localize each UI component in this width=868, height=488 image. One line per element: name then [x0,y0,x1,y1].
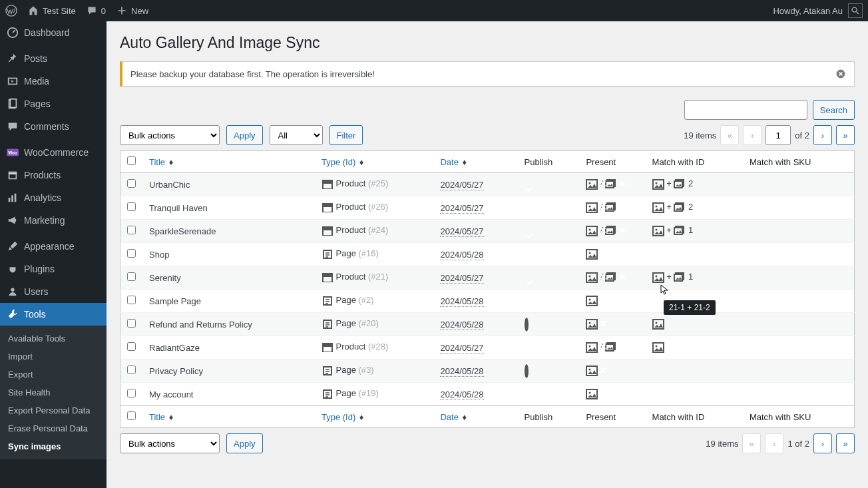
row-checkbox[interactable] [127,366,136,374]
row-checkbox[interactable] [127,272,136,281]
svg-rect-40 [606,228,614,234]
sidebar-item-appearance[interactable]: Appearance [0,235,107,258]
submenu-erase-personal-data[interactable]: Erase Personal Data [0,419,107,437]
row-title[interactable]: Serenity [142,266,315,290]
row-checkbox[interactable] [127,319,136,328]
col-date[interactable]: Date [440,157,458,167]
row-present [579,360,645,383]
sidebar-item-products[interactable]: Products [0,164,107,186]
next-page-button[interactable]: › [813,125,832,145]
sort-icon: ♦ [169,157,174,167]
col-title[interactable]: Title [149,157,165,167]
select-all-checkbox[interactable] [127,156,136,165]
match-count: 1 [688,225,693,235]
filter-button[interactable]: Filter [329,125,363,145]
next-page-button[interactable]: › [813,433,832,453]
submenu-import[interactable]: Import [0,348,107,366]
submenu-export[interactable]: Export [0,366,107,383]
bulk-actions-select[interactable]: Bulk actions [120,125,220,145]
submenu-site-health[interactable]: Site Health [0,383,107,401]
image-icon [586,365,598,377]
table-row: Refund and Returns Policy Page (#20) 202… [120,313,855,336]
row-title[interactable]: SparkleSerenade [142,220,315,243]
sidebar-item-comments[interactable]: Comments [0,115,107,138]
row-date: 2024/05/28 [433,360,517,383]
page-input[interactable] [765,125,791,145]
last-page-button[interactable]: » [836,433,855,453]
row-match-sku [743,336,855,360]
row-publish [518,290,580,313]
search-input[interactable] [684,100,807,120]
col-type[interactable]: Type (Id) [322,412,355,422]
type-icon [322,225,333,237]
svg-point-22 [655,182,657,184]
match-count: 2 [688,178,693,188]
row-title[interactable]: My account [142,383,315,406]
site-link[interactable]: Test Site [28,5,76,16]
row-title[interactable]: Shop [142,243,315,266]
row-title[interactable]: Privacy Policy [142,360,315,383]
type-icon [322,295,333,307]
apply-button-bottom[interactable]: Apply [226,433,263,453]
row-checkbox[interactable] [127,342,136,351]
new-link[interactable]: New [116,5,148,16]
col-date[interactable]: Date [440,412,458,422]
row-checkbox[interactable] [127,226,136,234]
svg-point-38 [589,229,591,231]
submenu-available-tools[interactable]: Available Tools [0,330,107,348]
col-match-id: Match with ID [646,151,743,173]
search-button[interactable]: Search [813,100,855,120]
table-row: Shop Page (#16) 2024/05/28 [120,243,855,266]
row-title[interactable]: Refund and Returns Policy [142,313,315,336]
row-title[interactable]: UrbanChic [142,173,315,196]
sidebar-item-media[interactable]: Media [0,70,107,93]
sidebar-item-marketing[interactable]: Marketing [0,209,107,232]
last-page-button[interactable]: » [836,125,855,145]
search-icon[interactable] [848,3,863,18]
sidebar-item-woocommerce[interactable]: WooWooCommerce [0,141,107,164]
row-checkbox[interactable] [127,202,136,211]
sidebar-item-users[interactable]: Users [0,280,107,303]
sidebar-item-dashboard[interactable]: Dashboard [0,21,107,44]
bulk-actions-select-bottom[interactable]: Bulk actions [120,433,220,453]
row-publish [518,196,580,220]
svg-point-65 [655,322,657,324]
notice-text: Please backup your database first. The o… [130,69,375,79]
filter-select[interactable]: All [270,125,323,145]
row-title[interactable]: Tranquil Haven [142,196,315,220]
howdy-link[interactable]: Howdy, Atakan Au [773,6,843,16]
row-title[interactable]: Sample Page [142,290,315,313]
submenu-sync-images[interactable]: Sync images [0,437,107,455]
sidebar-item-posts[interactable]: Posts [0,47,107,70]
sidebar-item-analytics[interactable]: Analytics [0,186,107,209]
svg-point-42 [655,229,657,231]
svg-point-28 [589,206,591,208]
row-date: 2024/05/27 [433,220,517,243]
select-all-checkbox[interactable] [127,411,136,420]
type-icon [322,272,333,284]
row-checkbox[interactable] [127,179,136,188]
sidebar-item-pages[interactable]: Pages [0,93,107,115]
row-checkbox[interactable] [127,296,136,304]
row-match-sku [743,173,855,196]
submenu-export-personal-data[interactable]: Export Personal Data [0,401,107,419]
row-date: 2024/05/27 [433,173,517,196]
apply-button[interactable]: Apply [226,125,263,145]
row-checkbox[interactable] [127,249,136,258]
col-title[interactable]: Title [149,412,165,422]
wp-logo[interactable] [5,5,17,17]
row-title[interactable]: RadiantGaze [142,336,315,360]
row-publish [518,243,580,266]
row-checkbox[interactable] [127,389,136,397]
sidebar-item-tools[interactable]: Tools [0,303,107,326]
gallery-icon [674,202,686,214]
type-icon [322,342,333,354]
row-present [579,243,645,266]
dismiss-notice-icon[interactable] [835,69,846,79]
sidebar-item-plugins[interactable]: Plugins [0,258,107,280]
comments-link[interactable]: 0 [87,5,106,16]
image-icon [652,202,664,214]
col-type[interactable]: Type (Id) [322,157,355,167]
row-match-id [646,360,743,383]
image-icon [652,272,664,284]
